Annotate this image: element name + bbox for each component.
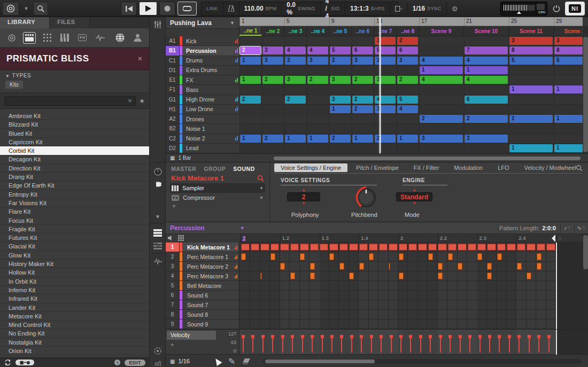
- note-event[interactable]: [389, 263, 390, 270]
- velocity-stem[interactable]: [410, 337, 411, 353]
- type-chip-kits[interactable]: Kits: [5, 81, 23, 89]
- pattern-clip[interactable]: 1: [307, 135, 328, 143]
- arranger-timeline-ruler[interactable]: 1591317212529: [239, 17, 583, 26]
- note-event[interactable]: [251, 244, 259, 251]
- step-row[interactable]: [239, 243, 583, 252]
- tab-master[interactable]: MASTER: [171, 166, 196, 172]
- list-item[interactable]: Orion Kit: [0, 347, 149, 355]
- sound-search-icon[interactable]: [257, 175, 264, 182]
- eraser-tool-icon[interactable]: [243, 358, 250, 364]
- velocity-stem[interactable]: [341, 337, 342, 353]
- velocity-stem[interactable]: [351, 337, 352, 353]
- master-level-meter[interactable]: CPU: [500, 2, 547, 15]
- step-row[interactable]: [239, 300, 583, 310]
- list-item[interactable]: Fragile Kit: [0, 225, 149, 233]
- pattern-clip[interactable]: 2: [285, 96, 306, 104]
- velocity-stem[interactable]: [509, 337, 510, 353]
- note-event[interactable]: [537, 263, 541, 270]
- loops-filter-icon[interactable]: [94, 32, 106, 44]
- sound-row[interactable]: 7Sound 7: [166, 300, 239, 310]
- selector-up-icon[interactable]: ▲: [396, 188, 432, 192]
- step-row[interactable]: [239, 281, 583, 291]
- link-toggle[interactable]: LINK: [202, 2, 223, 15]
- search-button[interactable]: [33, 2, 48, 15]
- arrange-grid-value[interactable]: 1 Bar: [178, 155, 191, 161]
- sound-row[interactable]: 5Bell Metacore: [166, 281, 239, 291]
- pattern-clip[interactable]: 2: [397, 37, 418, 45]
- pattern-clip[interactable]: 3: [285, 57, 306, 65]
- step-row[interactable]: [239, 271, 583, 281]
- pattern-clip[interactable]: 1: [554, 144, 583, 152]
- note-event[interactable]: [537, 253, 541, 260]
- velocity-lane-label[interactable]: Velocity: [167, 331, 216, 340]
- note-event[interactable]: [241, 244, 250, 251]
- restart-button[interactable]: [121, 2, 137, 15]
- scene-header[interactable]: Scene 10: [464, 26, 509, 36]
- pattern-clip[interactable]: 1: [397, 135, 418, 143]
- pattern-clip[interactable]: 5: [375, 46, 396, 54]
- list-item[interactable]: Glow Kit: [0, 251, 149, 260]
- plugin-search-icon[interactable]: [576, 165, 583, 171]
- velocity-stem[interactable]: [272, 337, 273, 353]
- pattern-clip[interactable]: 2: [307, 76, 328, 84]
- note-event[interactable]: [260, 272, 262, 279]
- velocity-grid[interactable]: [239, 330, 583, 355]
- note-event[interactable]: [300, 253, 305, 260]
- play-button[interactable]: [139, 2, 157, 15]
- pattern-clip[interactable]: 1: [240, 57, 261, 65]
- velocity-stem[interactable]: [371, 337, 372, 353]
- sound-row[interactable]: 2Perc Metacore 1: [166, 252, 239, 262]
- scene-row[interactable]: 1211212133: [239, 134, 583, 144]
- list-item[interactable]: Capricorn Kit: [0, 138, 149, 146]
- search-field[interactable]: ✕: [4, 96, 136, 106]
- group-row[interactable]: A1Kick: [166, 36, 239, 46]
- pattern-clip[interactable]: 2: [240, 46, 261, 54]
- list-item[interactable]: Focus Kit: [0, 216, 149, 225]
- note-event[interactable]: [458, 263, 462, 270]
- scene-row[interactable]: 11: [239, 66, 583, 75]
- pattern-clip[interactable]: 6: [352, 46, 373, 54]
- note-event[interactable]: [487, 263, 492, 270]
- note-event[interactable]: [477, 244, 486, 251]
- note-event[interactable]: [399, 253, 404, 260]
- pattern-clip[interactable]: 2: [397, 76, 418, 84]
- scene-row[interactable]: 2211: [239, 114, 583, 124]
- pattern-clip[interactable]: 3: [397, 57, 418, 65]
- list-item[interactable]: Hollow Kit: [0, 268, 149, 277]
- velocity-stem[interactable]: [440, 337, 441, 353]
- tab-group[interactable]: GROUP: [204, 166, 226, 172]
- note-event[interactable]: [428, 253, 433, 260]
- scene-header[interactable]: ..ne 4: [307, 26, 329, 36]
- pattern-clip[interactable]: 3: [465, 135, 508, 143]
- midi-drag-icon[interactable]: ♪⁙: [560, 224, 574, 232]
- scene-row[interactable]: 133323234455: [239, 56, 583, 66]
- sound-row[interactable]: 1Kick Metacore 1: [166, 243, 239, 252]
- note-event[interactable]: [349, 244, 358, 251]
- note-event[interactable]: [300, 244, 308, 251]
- polyphony-stepper[interactable]: ▲ 2 ▼: [287, 188, 320, 206]
- pattern-clip[interactable]: 3: [330, 96, 351, 104]
- control-view-icon[interactable]: [150, 165, 166, 178]
- list-item[interactable]: Ambrose Kit: [0, 112, 149, 120]
- velocity-stem[interactable]: [391, 337, 392, 353]
- pattern-clip[interactable]: 4: [285, 46, 306, 54]
- pattern-clip[interactable]: 1: [509, 85, 553, 93]
- note-event[interactable]: [487, 272, 492, 279]
- step-editor-view-icon[interactable]: [150, 227, 166, 239]
- note-event[interactable]: [468, 244, 476, 251]
- group-row[interactable]: F1Bass: [166, 85, 239, 95]
- banner-close-icon[interactable]: ✕: [137, 55, 143, 63]
- autoload-icon[interactable]: [4, 359, 11, 366]
- pad-grid-icon[interactable]: [178, 235, 184, 241]
- step-row[interactable]: [239, 310, 583, 319]
- pattern-ruler[interactable]: 11.21.31.422.22.32.43: [239, 234, 583, 243]
- velocity-stem[interactable]: [361, 337, 362, 353]
- pattern-clip[interactable]: 3: [420, 135, 463, 143]
- scene-row[interactable]: 1232323244: [239, 75, 583, 85]
- pattern-clip[interactable]: 3: [307, 57, 328, 65]
- pattern-clip[interactable]: 4: [465, 76, 508, 84]
- velocity-stem[interactable]: [331, 337, 332, 353]
- note-event[interactable]: [527, 272, 531, 279]
- note-event[interactable]: [497, 244, 506, 251]
- note-event[interactable]: [310, 244, 319, 251]
